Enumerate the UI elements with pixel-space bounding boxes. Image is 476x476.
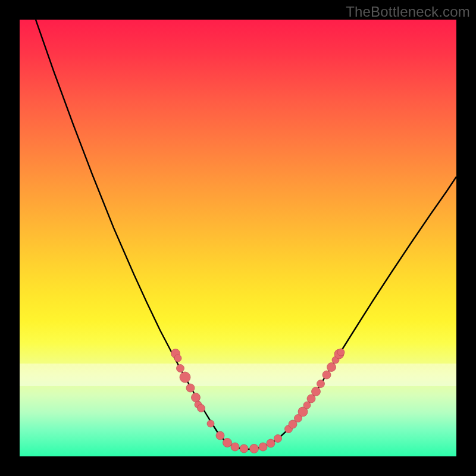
data-point — [259, 443, 267, 451]
data-point — [180, 372, 190, 383]
data-point — [332, 356, 339, 364]
data-point — [317, 380, 325, 388]
data-point — [207, 420, 214, 427]
data-point — [298, 407, 308, 416]
data-point — [223, 439, 232, 447]
plot-area — [20, 20, 456, 456]
data-point — [177, 365, 184, 372]
highlight-band — [20, 364, 456, 386]
data-point — [171, 349, 180, 358]
data-point — [216, 431, 224, 440]
data-point — [192, 393, 201, 402]
data-point — [289, 420, 297, 428]
data-point — [195, 401, 202, 408]
data-point — [250, 444, 259, 453]
outer-frame: TheBottleneck.com — [0, 0, 476, 476]
data-point — [312, 387, 321, 396]
chart-overlay — [20, 20, 456, 456]
data-point — [186, 384, 195, 392]
data-point — [285, 425, 293, 433]
data-point — [307, 394, 315, 403]
bottleneck-curve — [36, 20, 456, 449]
data-point — [295, 415, 302, 422]
data-point — [267, 439, 275, 447]
data-point — [274, 435, 282, 443]
data-point — [334, 349, 344, 359]
watermark-text: TheBottleneck.com — [346, 4, 470, 20]
data-point — [240, 444, 248, 453]
data-point — [322, 371, 331, 379]
data-point — [231, 443, 239, 451]
data-point — [174, 355, 181, 362]
data-point — [198, 405, 205, 412]
data-point — [303, 402, 311, 409]
data-point — [327, 363, 336, 372]
data-point — [337, 349, 345, 356]
